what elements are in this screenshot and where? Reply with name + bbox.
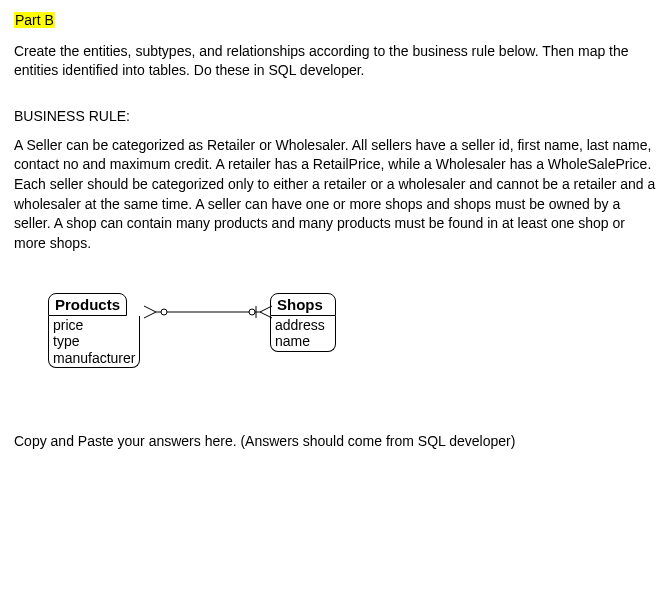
svg-point-3 [161, 309, 167, 315]
entity-attr: address [275, 317, 331, 333]
entity-products-title: Products [48, 293, 127, 316]
entity-attr: manufacturer [53, 350, 135, 366]
er-diagram: Products price type manufacturer Shops a… [34, 293, 658, 403]
entity-attr: type [53, 333, 135, 349]
entity-attr: price [53, 317, 135, 333]
answer-instruction: Copy and Paste your answers here. (Answe… [14, 433, 658, 449]
entity-products: Products price type manufacturer [48, 293, 140, 367]
entity-shops-attrs: address name [270, 316, 336, 351]
intro-paragraph: Create the entities, subtypes, and relat… [14, 42, 658, 80]
svg-line-4 [260, 306, 272, 312]
svg-line-2 [144, 312, 156, 318]
entity-shops: Shops address name [270, 293, 336, 351]
entity-products-attrs: price type manufacturer [48, 316, 140, 367]
business-rule-body: A Seller can be categorized as Retailer … [14, 136, 658, 254]
relationship-line [144, 303, 272, 321]
entity-attr: name [275, 333, 331, 349]
svg-point-6 [249, 309, 255, 315]
entity-shops-title: Shops [270, 293, 336, 316]
svg-line-1 [144, 306, 156, 312]
part-heading: Part B [14, 12, 658, 28]
part-label: Part B [14, 12, 55, 28]
business-rule-heading: BUSINESS RULE: [14, 108, 658, 124]
svg-line-5 [260, 312, 272, 318]
